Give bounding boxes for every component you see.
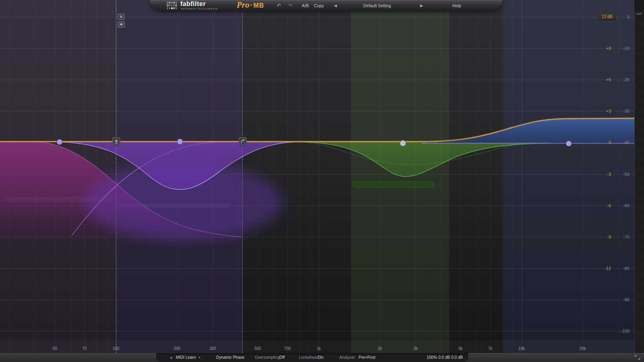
- product-name-dot: ·: [250, 1, 254, 9]
- crossover1-drag-handle[interactable]: [112, 137, 120, 145]
- freq-tick-label: 7k: [488, 346, 493, 351]
- midi-learn-caret-icon[interactable]: ▼: [198, 353, 201, 362]
- preset-name[interactable]: Default Setting: [347, 0, 407, 11]
- freq-tick-label: 5k: [458, 346, 463, 351]
- preset-prev-icon[interactable]: ◀: [334, 0, 337, 11]
- freq-tick-label: 200: [173, 346, 180, 351]
- help-button[interactable]: Help: [452, 0, 461, 11]
- gain-scale-label: +6: [595, 77, 611, 82]
- gain-scale-label: +9: [595, 46, 611, 51]
- level-scale-label: -70: [613, 234, 630, 239]
- brand-subtitle: software instruments: [181, 7, 218, 10]
- midi-learn-button[interactable]: MIDI Learn: [176, 353, 196, 362]
- multiband-display[interactable]: S M 50701002003005007001k2k3k5k7k10k20k+…: [0, 0, 634, 353]
- meter-inf-label: -INF: [634, 12, 644, 16]
- output-gain-value[interactable]: 0.0 dB: [451, 353, 463, 362]
- band3-handle-dot[interactable]: [400, 140, 406, 146]
- oversampling-label: Oversampling:: [255, 353, 281, 362]
- level-scale-label: -30: [613, 109, 630, 113]
- product-name: Pro·MB: [237, 0, 264, 10]
- crossover2-drag-handle[interactable]: [239, 137, 247, 145]
- level-scale-label: -80: [613, 266, 630, 271]
- display-range-button[interactable]: 12 dB: [598, 12, 616, 21]
- crossover-slope-icon: [114, 138, 119, 144]
- product-name-mb: MB: [254, 2, 264, 9]
- meter-top-spacer: [634, 0, 644, 11]
- dynamic-phase-button[interactable]: Dynamic Phase: [216, 353, 244, 362]
- pro-mb-plugin-window: S M 50701002003005007001k2k3k5k7k10k20k+…: [0, 0, 644, 362]
- bottom-bar: MIDI Learn ▼ Dynamic Phase Oversampling:…: [0, 353, 644, 362]
- oversampling-value[interactable]: Off: [279, 353, 285, 362]
- gain-scale-label: -3: [595, 172, 611, 177]
- freq-tick-label: 10k: [518, 346, 525, 351]
- level-scale-label: -60: [613, 203, 630, 208]
- level-scale-label: -90: [613, 297, 630, 302]
- freq-tick-label: 100: [113, 346, 120, 351]
- analyzer-label: Analyzer:: [339, 353, 356, 362]
- midi-learn-dot-icon: [170, 357, 172, 359]
- analyzer-value[interactable]: Pre+Post: [359, 353, 375, 362]
- ab-compare-button[interactable]: A/B: [302, 0, 309, 11]
- freq-tick-label: 700: [284, 346, 291, 351]
- output-level-meter[interactable]: [634, 11, 644, 353]
- mute-button[interactable]: M: [118, 21, 125, 28]
- fabfilter-logo-icon: [167, 1, 177, 10]
- undo-icon[interactable]: ↶: [277, 0, 281, 11]
- band2-handle-dot[interactable]: [177, 139, 183, 144]
- freq-tick-label: 300: [209, 346, 216, 351]
- freq-tick-label: 20k: [580, 346, 586, 351]
- freq-tick-label: 500: [254, 346, 261, 351]
- redo-icon[interactable]: ↷: [288, 0, 292, 11]
- level-scale-label: -100: [613, 329, 630, 333]
- freq-tick-label: 70: [82, 346, 87, 351]
- level-scale-label: -20: [613, 77, 630, 82]
- gain-scale-label: -12: [595, 266, 611, 271]
- band4-handle-dot[interactable]: [566, 141, 572, 146]
- product-name-pro: Pro: [237, 0, 250, 10]
- level-scale-label: -50: [613, 172, 630, 177]
- preset-next-icon[interactable]: ▶: [420, 0, 423, 11]
- gain-scale-label: -6: [595, 203, 611, 208]
- freq-tick-label: 50: [53, 346, 57, 351]
- input-gain-value[interactable]: 0.0 dB: [438, 353, 450, 362]
- mix-value[interactable]: 100%: [427, 353, 437, 362]
- band1-handle-dot[interactable]: [57, 139, 62, 145]
- freq-tick-label: 2k: [378, 346, 382, 351]
- level-scale-label: -10: [613, 46, 630, 51]
- band-curves-canvas: [0, 0, 634, 353]
- title-bar: fabfilter software instruments Pro·MB ↶ …: [150, 0, 502, 11]
- copy-button[interactable]: Copy: [314, 0, 324, 11]
- gain-scale-label: 0: [595, 140, 611, 145]
- gain-scale-label: +3: [595, 109, 611, 113]
- brand-name: fabfilter: [180, 0, 206, 8]
- crossover-curve-icon: [240, 138, 246, 144]
- solo-button[interactable]: S: [118, 14, 125, 20]
- level-scale-label: -40: [613, 140, 630, 145]
- freq-tick-label: 3k: [413, 346, 418, 351]
- lookahead-value[interactable]: On: [318, 353, 323, 362]
- lookahead-label: Lookahead:: [299, 353, 320, 362]
- level-scale-label: 0: [613, 14, 630, 19]
- freq-tick-label: 1k: [317, 346, 321, 351]
- resize-handle-icon[interactable]: [634, 354, 641, 360]
- gain-scale-label: -9: [595, 234, 611, 239]
- band3-fill: [298, 142, 551, 177]
